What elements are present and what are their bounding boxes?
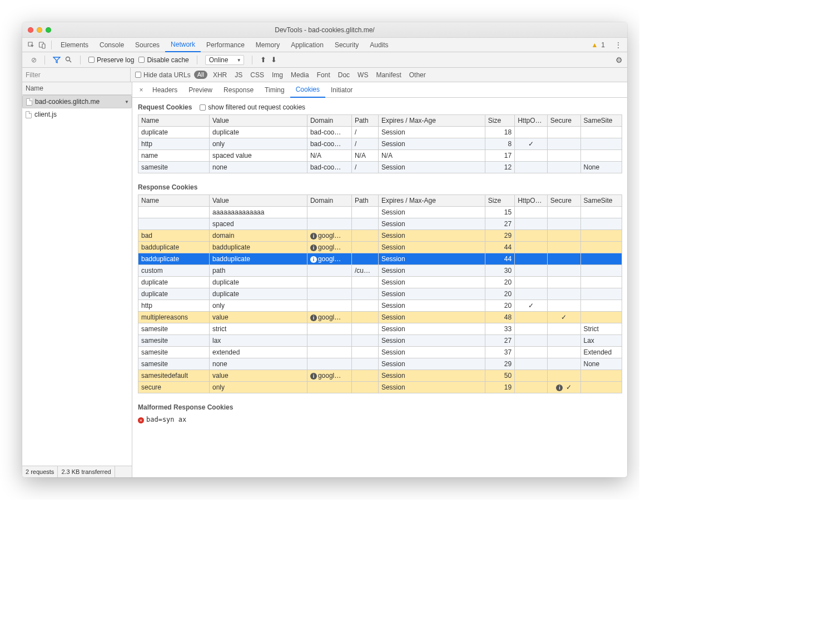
sidebar-header[interactable]: Name (22, 82, 132, 95)
cookie-row[interactable]: namespaced valueN/AN/AN/A17 (138, 150, 622, 162)
filter-type-manifest[interactable]: Manifest (374, 71, 403, 79)
status-bar: 2 requests 2.3 KB transferred (22, 466, 132, 477)
cookie-row[interactable]: samesitedefaultvalueigoogl…Session50 (138, 370, 622, 382)
detail-tab-cookies[interactable]: Cookies (290, 82, 325, 98)
cookie-row[interactable]: samesitenonebad-coo…/Session12None (138, 162, 622, 173)
upload-har-icon[interactable]: ⬆ (260, 56, 266, 64)
error-icon: ✕ (138, 417, 144, 423)
response-cookies-heading: Response Cookies (138, 183, 627, 191)
col-header[interactable]: Expires / Max-Age (378, 115, 485, 127)
cookie-row[interactable]: badduplicatebadduplicateigoogl…Session44 (138, 242, 622, 253)
cookie-row[interactable]: duplicateduplicatebad-coo…/Session18 (138, 127, 622, 138)
filter-type-xhr[interactable]: XHR (211, 71, 229, 79)
main-tab-performance[interactable]: Performance (201, 38, 250, 52)
cookie-row[interactable]: baddomainigoogl…Session29 (138, 230, 622, 242)
response-cookies-table: NameValueDomainPathExpires / Max-AgeSize… (138, 194, 622, 393)
filter-toggle-icon[interactable] (53, 57, 61, 63)
filter-type-other[interactable]: Other (407, 71, 428, 79)
col-header[interactable]: Path (351, 115, 378, 127)
inspect-icon[interactable] (26, 41, 37, 49)
detail-tab-initiator[interactable]: Initiator (325, 82, 358, 98)
settings-icon[interactable]: ⚙ (615, 56, 623, 64)
main-tab-console[interactable]: Console (94, 38, 130, 52)
throttling-select[interactable]: Online (205, 55, 244, 65)
device-toggle-icon[interactable] (37, 41, 48, 49)
request-cookies-heading: Request Cookies show filtered out reques… (138, 103, 627, 111)
filter-type-doc[interactable]: Doc (336, 71, 352, 79)
col-header[interactable]: SameSite (580, 115, 622, 127)
request-item[interactable]: client.js (22, 108, 132, 121)
main-tab-network[interactable]: Network (165, 38, 201, 52)
warning-count[interactable]: 1 (601, 41, 605, 49)
devtools-window: DevTools - bad-cookies.glitch.me/ Elemen… (22, 22, 627, 477)
col-header[interactable]: Expires / Max-Age (378, 195, 485, 207)
more-menu-icon[interactable]: ⋮ (615, 41, 622, 49)
preserve-log-checkbox[interactable]: Preserve log (88, 56, 134, 64)
main-tab-memory[interactable]: Memory (250, 38, 285, 52)
filter-type-js[interactable]: JS (232, 71, 245, 79)
col-header[interactable]: Name (138, 195, 210, 207)
separator (51, 41, 52, 49)
main-tab-security[interactable]: Security (329, 38, 364, 52)
filter-type-css[interactable]: CSS (248, 71, 266, 79)
cookie-row[interactable]: aaaaaaaaaaaaaaSession15 (138, 207, 622, 218)
filter-type-font[interactable]: Font (315, 71, 332, 79)
col-header[interactable]: Size (485, 195, 514, 207)
col-header[interactable]: Value (209, 115, 307, 127)
cookie-row[interactable]: samesitenoneSession29None (138, 358, 622, 370)
document-icon (26, 98, 32, 106)
cookie-row[interactable]: samesitelaxSession27Lax (138, 335, 622, 347)
cookie-row[interactable]: duplicateduplicateSession20 (138, 277, 622, 288)
col-header[interactable]: Domain (307, 195, 351, 207)
close-detail-icon[interactable]: × (136, 86, 147, 94)
col-header[interactable]: Size (485, 115, 514, 127)
cookie-row[interactable]: httponlySession20✓ (138, 300, 622, 312)
detail-panel: × HeadersPreviewResponseTimingCookiesIni… (132, 82, 627, 477)
col-header[interactable]: Secure (547, 115, 580, 127)
col-header[interactable]: SameSite (580, 195, 622, 207)
info-icon: i (556, 385, 563, 391)
cookie-row[interactable]: duplicateduplicateSession20 (138, 288, 622, 300)
document-icon (26, 111, 32, 118)
col-header[interactable]: Domain (307, 115, 351, 127)
network-toolbar: ⊘ Preserve log Disable cache Online ⬆ ⬇ … (22, 52, 627, 68)
cookie-row[interactable]: secureonlySession19i ✓ (138, 382, 622, 393)
detail-tab-headers[interactable]: Headers (147, 82, 183, 98)
detail-tab-preview[interactable]: Preview (183, 82, 218, 98)
info-icon: i (310, 256, 317, 263)
filter-type-media[interactable]: Media (289, 71, 311, 79)
cookie-row[interactable]: samesiteextendedSession37Extended (138, 347, 622, 358)
main-tab-audits[interactable]: Audits (364, 38, 394, 52)
cookie-row[interactable]: multiplereasonsvalueigoogl…Session48✓ (138, 312, 622, 323)
col-header[interactable]: Value (209, 195, 307, 207)
col-header[interactable]: Path (351, 195, 378, 207)
cookie-row[interactable]: httponlybad-coo…/Session8✓ (138, 138, 622, 150)
disable-cache-checkbox[interactable]: Disable cache (138, 56, 188, 64)
col-header[interactable]: HttpO… (515, 115, 548, 127)
main-tab-elements[interactable]: Elements (55, 38, 94, 52)
cookie-row[interactable]: samesitestrictSession33Strict (138, 323, 622, 335)
filter-type-ws[interactable]: WS (355, 71, 370, 79)
download-har-icon[interactable]: ⬇ (271, 56, 277, 64)
request-item[interactable]: bad-cookies.glitch.me (22, 95, 132, 108)
show-filtered-checkbox[interactable]: show filtered out request cookies (200, 103, 305, 111)
col-header[interactable]: HttpO… (515, 195, 548, 207)
filter-type-img[interactable]: Img (270, 71, 285, 79)
clear-icon[interactable]: ⊘ (31, 56, 37, 64)
detail-tab-response[interactable]: Response (218, 82, 259, 98)
detail-tab-timing[interactable]: Timing (259, 82, 290, 98)
svg-point-2 (66, 57, 70, 61)
filter-type-all[interactable]: All (194, 71, 207, 79)
transfer-size: 2.3 KB transferred (58, 466, 115, 477)
search-icon[interactable] (65, 56, 72, 63)
cookie-row[interactable]: custompath/cu…Session30 (138, 265, 622, 277)
warning-icon[interactable]: ▲ (591, 41, 598, 49)
main-tab-application[interactable]: Application (285, 38, 329, 52)
hide-data-urls-checkbox[interactable]: Hide data URLs (135, 71, 191, 79)
filter-input[interactable]: Filter (22, 68, 131, 82)
cookie-row[interactable]: badduplicatebadduplicateigoogl…Session44 (138, 253, 622, 265)
cookie-row[interactable]: spacedSession27 (138, 218, 622, 230)
col-header[interactable]: Name (138, 115, 210, 127)
main-tab-sources[interactable]: Sources (130, 38, 165, 52)
col-header[interactable]: Secure (547, 195, 580, 207)
